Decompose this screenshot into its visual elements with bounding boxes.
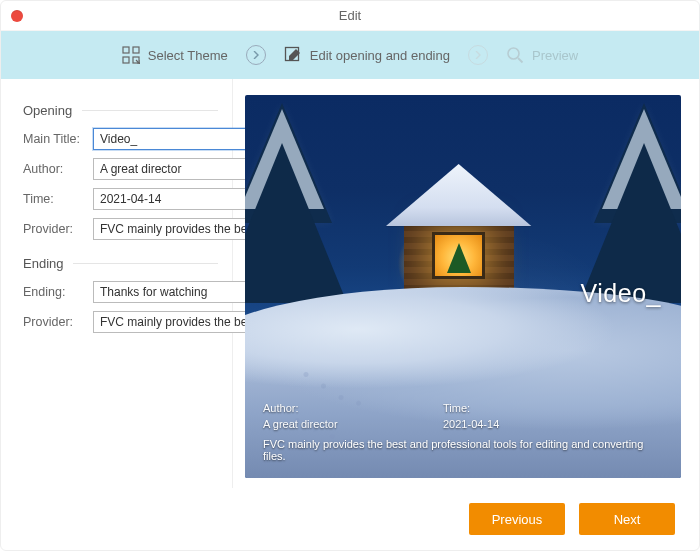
overlay-title: Video_ <box>581 279 661 308</box>
chevron-right-icon <box>468 45 488 65</box>
ending-label: Ending: <box>23 285 87 299</box>
ending-provider-row: Provider: <box>23 311 218 333</box>
step-select-theme[interactable]: Select Theme <box>122 46 228 64</box>
previous-button[interactable]: Previous <box>469 503 565 535</box>
overlay-meta: Author: A great director Time: 2021-04-1… <box>245 390 681 478</box>
ending-provider-label: Provider: <box>23 315 87 329</box>
author-label: Author: <box>23 162 87 176</box>
overlay-provider: FVC mainly provides the best and profess… <box>263 438 663 462</box>
content-area: Opening Main Title: Author: Time: Provid… <box>1 79 699 488</box>
edit-icon <box>284 46 302 64</box>
main-title-row: Main Title: <box>23 128 218 150</box>
preview-image: Video_ Author: A great director Time: 20… <box>245 95 681 478</box>
author-row: Author: <box>23 158 218 180</box>
titlebar: Edit <box>1 1 699 31</box>
overlay-author-value: A great director <box>263 418 383 430</box>
step-edit-opening-ending[interactable]: Edit opening and ending <box>284 46 450 64</box>
search-icon <box>506 46 524 64</box>
form-sidebar: Opening Main Title: Author: Time: Provid… <box>1 79 233 488</box>
provider-label: Provider: <box>23 222 87 236</box>
footer-buttons: Previous Next <box>1 488 699 550</box>
edit-window: Edit Select Theme Edit opening and endin… <box>0 0 700 551</box>
svg-rect-0 <box>123 47 129 53</box>
svg-rect-2 <box>123 57 129 63</box>
cabin-decoration <box>393 164 524 294</box>
step-label: Select Theme <box>148 48 228 63</box>
main-title-label: Main Title: <box>23 132 87 146</box>
step-label: Edit opening and ending <box>310 48 450 63</box>
svg-point-5 <box>508 48 519 59</box>
overlay-author-label: Author: <box>263 402 383 414</box>
step-preview[interactable]: Preview <box>506 46 578 64</box>
next-button[interactable]: Next <box>579 503 675 535</box>
window-title: Edit <box>1 8 699 23</box>
provider-row: Provider: <box>23 218 218 240</box>
time-row: Time: <box>23 188 218 210</box>
chevron-right-icon <box>246 45 266 65</box>
opening-heading: Opening <box>23 103 218 118</box>
overlay-time-label: Time: <box>443 402 563 414</box>
time-label: Time: <box>23 192 87 206</box>
ending-row: Ending: <box>23 281 218 303</box>
step-bar: Select Theme Edit opening and ending Pre… <box>1 31 699 79</box>
overlay-time-value: 2021-04-14 <box>443 418 563 430</box>
svg-rect-1 <box>133 47 139 53</box>
step-label: Preview <box>532 48 578 63</box>
heading-text: Opening <box>23 103 72 118</box>
ending-heading: Ending <box>23 256 218 271</box>
theme-grid-icon <box>122 46 140 64</box>
preview-pane: Video_ Author: A great director Time: 20… <box>233 79 699 488</box>
heading-text: Ending <box>23 256 63 271</box>
